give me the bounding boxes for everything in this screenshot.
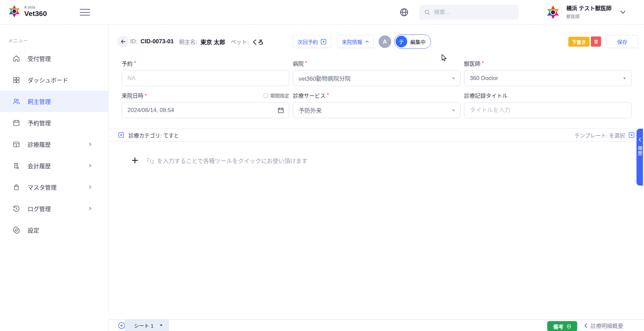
dashboard-grid-icon	[12, 76, 20, 84]
sidebar-item-reservation-management[interactable]: 予約管理	[0, 112, 108, 133]
notes-label: 備考	[553, 323, 563, 330]
record-title-input-field[interactable]	[470, 107, 626, 114]
record-title-field-label: 診療記録タイトル	[464, 92, 632, 99]
arrow-left-icon	[120, 38, 126, 45]
sidebar-item-label: 設定	[28, 226, 39, 234]
draft-status-button[interactable]: 下書き	[568, 37, 589, 47]
sidebar-item-reception[interactable]: 受付管理	[0, 48, 108, 69]
checkbox-icon	[264, 93, 268, 98]
period-specify-label: 期間指定	[270, 92, 289, 99]
back-button[interactable]	[117, 36, 129, 47]
select-caret-icon	[452, 110, 455, 111]
hospital-field-label: 病院*	[293, 60, 460, 67]
sidebar-item-label: ログ管理	[28, 204, 51, 213]
add-block-icon[interactable]	[132, 157, 138, 164]
required-asterisk: *	[145, 93, 147, 99]
treatment-detail-summary-label: 診療明細概要	[591, 321, 623, 330]
visit-datetime-input[interactable]: 2024/06/14, 08:54	[122, 102, 289, 118]
category-text: 診療カテゴリ: てすと	[128, 131, 179, 139]
main-content: ID: CID-0073-01 飼主名: 東京 太郎 ペット: くろ 次回予約 …	[109, 25, 644, 331]
history-clock-icon	[12, 205, 20, 213]
user-role: 獣医師	[566, 13, 611, 19]
sheet-tab-label: シート 1	[134, 322, 154, 329]
topbar: A'alda Vet360	[0, 0, 644, 25]
save-button[interactable]: 保存	[606, 35, 638, 48]
owner-name-label: 飼主名:	[179, 37, 197, 46]
sidebar-item-owner-management[interactable]: 飼主管理	[0, 91, 108, 112]
user-name: 横浜 テスト獣医師	[566, 5, 611, 12]
owner-name-value: 東京 太郎	[200, 37, 225, 46]
pet-label: ペット:	[231, 37, 248, 46]
sheet-caret-icon	[160, 325, 163, 326]
record-id-value: CID-0073-01	[140, 38, 173, 45]
reservation-input-field[interactable]	[127, 75, 283, 82]
visit-info-button[interactable]: 来院情報	[337, 35, 374, 48]
veterinarian-select[interactable]: 360 Doctor	[464, 70, 632, 86]
reservation-input[interactable]	[122, 70, 289, 86]
required-asterisk: *	[327, 92, 329, 98]
service-field-label: 診療サービス*	[293, 92, 460, 99]
chevron-left-icon	[584, 323, 587, 328]
brand-name-small: A'alda	[24, 5, 47, 9]
sidebar-item-label: 会計履歴	[28, 161, 51, 170]
trash-icon	[593, 39, 599, 45]
add-template-button[interactable]	[629, 132, 634, 138]
notes-button[interactable]: 備考	[547, 321, 577, 331]
sidebar: メニュー 受付管理 ダッシュボード 飼主管理	[0, 25, 109, 331]
select-caret-icon	[623, 78, 626, 79]
bag-icon	[12, 183, 20, 191]
hamburger-menu-icon[interactable]	[80, 8, 90, 16]
visit-info-label: 来院情報	[342, 38, 362, 45]
add-sheet-button[interactable]	[118, 322, 125, 329]
search-icon	[424, 9, 431, 16]
chevron-right-icon	[88, 163, 92, 168]
hospital-select-value: vet360動物病院分院	[298, 74, 351, 82]
add-category-button[interactable]	[118, 132, 124, 138]
veterinarian-field-label: 獣医師*	[464, 60, 632, 67]
chevron-left-icon	[638, 138, 641, 142]
template-group: テンプレート: を選択	[574, 131, 634, 139]
chevron-right-icon	[88, 206, 92, 211]
save-label: 保存	[617, 38, 627, 45]
visit-datetime-field-label: 来院日時* 期間指定	[122, 92, 289, 99]
editor-area[interactable]: 「/」を入力することで各種ツールをクイックにお使い頂けます	[132, 155, 307, 166]
sidebar-item-label: 予約管理	[28, 119, 51, 127]
eye-icon	[566, 324, 571, 329]
global-search[interactable]	[419, 5, 519, 20]
sidebar-item-master-management[interactable]: マスタ管理	[0, 176, 108, 198]
hospital-select[interactable]: vet360動物病院分院	[293, 70, 460, 86]
sidebar-item-label: 飼主管理	[28, 97, 51, 106]
calendar-picker-icon[interactable]	[277, 107, 285, 114]
sidebar-item-accounting-history[interactable]: 会計履歴	[0, 155, 108, 176]
brand-name-main: Vet360	[24, 10, 47, 17]
period-specify-checkbox[interactable]: 期間指定	[264, 92, 289, 99]
editing-status-pill: テ 編集中	[394, 34, 431, 49]
template-badge-letter: テ	[399, 37, 404, 46]
calendar-icon	[12, 119, 20, 127]
owners-people-icon	[12, 97, 20, 106]
visit-datetime-value: 2024/06/14, 08:54	[127, 107, 174, 114]
record-header: ID: CID-0073-01 飼主名: 東京 太郎 ペット: くろ 次回予約 …	[109, 34, 644, 49]
service-select[interactable]: 予防外来	[293, 102, 460, 118]
sidebar-item-settings[interactable]: 設定	[0, 219, 108, 241]
chevron-right-icon	[88, 142, 92, 146]
brand-logo: A'alda Vet360	[7, 4, 47, 18]
sidebar-item-medical-history[interactable]: 診療履歴	[0, 133, 108, 155]
delete-button[interactable]	[591, 36, 601, 47]
user-avatar	[544, 3, 562, 21]
sidebar-item-label: マスタ管理	[28, 183, 57, 191]
next-reservation-button[interactable]: 次回予約	[293, 35, 331, 48]
history-side-tab[interactable]: 履歴	[637, 129, 643, 186]
treatment-detail-summary-link[interactable]: 診療明細概要	[584, 321, 623, 330]
search-input[interactable]	[434, 9, 514, 15]
plus-square-icon	[321, 39, 326, 45]
record-title-input[interactable]	[464, 102, 632, 118]
editing-status-text: 編集中	[410, 38, 426, 45]
required-asterisk: *	[305, 60, 307, 66]
language-globe-icon[interactable]	[399, 7, 409, 17]
sidebar-item-log-management[interactable]: ログ管理	[0, 198, 108, 219]
sheet-tab[interactable]: シート 1	[125, 320, 169, 331]
user-menu[interactable]: 横浜 テスト獣医師 獣医師	[544, 3, 626, 21]
sidebar-item-label: ダッシュボード	[28, 76, 68, 84]
sidebar-item-dashboard[interactable]: ダッシュボード	[0, 69, 108, 91]
